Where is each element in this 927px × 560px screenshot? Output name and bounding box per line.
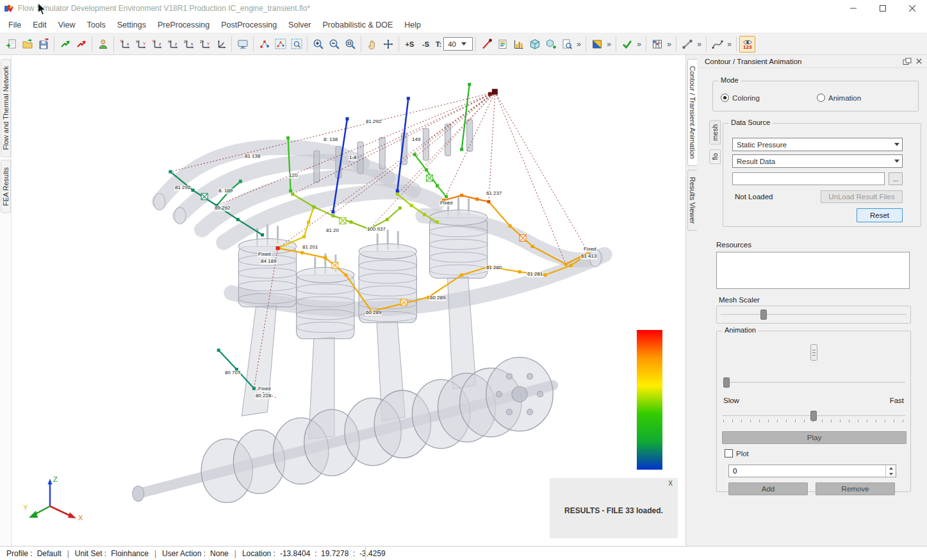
toolbar-overflow-icon[interactable]: » bbox=[725, 36, 734, 53]
network-select-button[interactable] bbox=[272, 36, 288, 53]
view-orient-xy-button[interactable]: Yx bbox=[117, 36, 133, 53]
animation-radio[interactable]: Animation bbox=[817, 94, 861, 102]
toolbar-overflow-icon[interactable]: » bbox=[575, 36, 583, 53]
mesh-scaler-slider[interactable] bbox=[721, 308, 906, 321]
spinner-buttons[interactable] bbox=[885, 465, 896, 477]
plot-checkbox[interactable]: Plot bbox=[725, 449, 749, 457]
menu-postprocessing[interactable]: PostProcessing bbox=[215, 18, 283, 32]
minimize-button[interactable] bbox=[839, 0, 868, 17]
connection-button[interactable] bbox=[679, 36, 695, 53]
svg-text:x: x bbox=[127, 42, 129, 46]
source-dropdown[interactable]: Static Pressure bbox=[732, 138, 903, 151]
view-orient-yx-button[interactable]: xY bbox=[133, 36, 149, 53]
tab-results-viewer[interactable]: Results Viewer bbox=[687, 170, 697, 231]
frame-spinner-input[interactable] bbox=[733, 467, 863, 475]
network-display-button[interactable] bbox=[256, 36, 272, 53]
open-model-button[interactable] bbox=[19, 36, 35, 53]
check-model-button[interactable] bbox=[619, 36, 635, 53]
tab-flo[interactable]: flo bbox=[709, 149, 721, 164]
user-profile-button[interactable] bbox=[95, 36, 111, 53]
import-model-button[interactable] bbox=[3, 36, 19, 53]
show-labels-button[interactable]: +S bbox=[402, 36, 418, 53]
zoom-in-button[interactable] bbox=[310, 36, 326, 53]
chart-button[interactable] bbox=[511, 36, 527, 53]
show-values-button[interactable]: 123 bbox=[739, 36, 755, 53]
menu-file[interactable]: File bbox=[3, 18, 27, 32]
menu-tools[interactable]: Tools bbox=[81, 18, 111, 32]
slider-thumb[interactable] bbox=[810, 411, 817, 421]
plot-checkbox-label: Plot bbox=[736, 450, 749, 457]
browse-button[interactable]: ... bbox=[889, 172, 903, 185]
view-orient-zy-button[interactable]: zY bbox=[197, 36, 213, 53]
viewport-3d[interactable]: 81 2928: 13881 1381491-81208. 10981 2928… bbox=[12, 55, 685, 546]
tab-contour-transient-animation[interactable]: Contour / Transient Animation bbox=[687, 59, 697, 166]
menu-probabilistic-doe[interactable]: Probabilistic & DOE bbox=[317, 18, 399, 32]
unload-results-button[interactable]: UnLoad Result Files bbox=[821, 190, 903, 203]
close-panel-icon[interactable] bbox=[913, 56, 924, 67]
menu-solver[interactable]: Solver bbox=[283, 18, 316, 32]
tab-mesh[interactable]: mesh bbox=[709, 120, 721, 145]
resources-label: Resources bbox=[716, 241, 751, 249]
menu-help[interactable]: Help bbox=[398, 18, 427, 32]
refresh-network-button[interactable] bbox=[73, 36, 89, 53]
probe-button[interactable] bbox=[479, 36, 495, 53]
solid-view-button[interactable] bbox=[527, 36, 543, 53]
zoom-out-button[interactable] bbox=[326, 36, 342, 53]
tab-fea-results[interactable]: FEA Results bbox=[1, 160, 11, 213]
update-network-button[interactable] bbox=[57, 36, 73, 53]
remove-button[interactable]: Remove bbox=[816, 482, 895, 495]
text-size-combo[interactable]: 40 bbox=[443, 37, 473, 51]
contour-button[interactable] bbox=[589, 36, 605, 53]
view-orient-iso-button[interactable] bbox=[213, 36, 229, 53]
menu-settings[interactable]: Settings bbox=[111, 18, 152, 32]
data-dropdown[interactable]: Result Data bbox=[732, 154, 903, 168]
node-label: Fixed bbox=[258, 252, 272, 258]
pan-button[interactable] bbox=[364, 36, 380, 53]
zoom-window-button[interactable] bbox=[342, 36, 358, 53]
reset-button[interactable]: Reset bbox=[857, 208, 903, 222]
view-orient-yz-button[interactable]: Yz bbox=[149, 36, 165, 53]
add-button[interactable]: Add bbox=[728, 482, 808, 495]
tab-flow-thermal-network[interactable]: Flow and Thermal Network bbox=[1, 59, 11, 157]
network-fit-button[interactable] bbox=[288, 36, 304, 53]
hide-labels-button[interactable]: -S bbox=[418, 36, 434, 53]
float-panel-icon[interactable] bbox=[901, 56, 913, 67]
result-file-input[interactable] bbox=[732, 172, 885, 185]
menu-preprocessing[interactable]: PreProcessing bbox=[152, 18, 215, 32]
results-message-box: X RESULTS - FILE 33 loaded. bbox=[550, 478, 678, 538]
maximize-button[interactable] bbox=[868, 0, 898, 17]
view-orient-zx-button[interactable]: zx bbox=[181, 36, 197, 53]
save-model-button[interactable] bbox=[35, 36, 51, 53]
results-table-button[interactable] bbox=[649, 36, 665, 53]
frame-handle[interactable] bbox=[810, 344, 817, 361]
toolbar-overflow-icon[interactable]: » bbox=[605, 36, 613, 53]
status-bar: Profile :Default | Unit Set :Floinhance … bbox=[0, 546, 927, 560]
view-orient-xz-button[interactable]: xz bbox=[165, 36, 181, 53]
toolbar-overflow-icon[interactable]: » bbox=[635, 36, 643, 53]
close-button[interactable] bbox=[898, 0, 927, 17]
toolbar-overflow-icon[interactable]: » bbox=[665, 36, 673, 53]
move-button[interactable] bbox=[380, 36, 396, 53]
play-button[interactable]: Play bbox=[722, 431, 906, 444]
message-close-icon[interactable]: X bbox=[668, 480, 673, 487]
spinner-down-icon[interactable] bbox=[886, 471, 896, 477]
slider-thumb[interactable] bbox=[723, 377, 730, 388]
frame-spinner[interactable] bbox=[728, 465, 896, 477]
menu-edit[interactable]: Edit bbox=[27, 18, 53, 32]
reset-button-label: Reset bbox=[870, 211, 889, 219]
coloring-radio[interactable]: Coloring bbox=[721, 94, 760, 102]
slider-thumb[interactable] bbox=[760, 309, 767, 320]
toolbar-overflow-icon[interactable]: » bbox=[695, 36, 703, 53]
inspect-button[interactable] bbox=[559, 36, 575, 53]
menu-view[interactable]: View bbox=[53, 18, 81, 32]
axis-triad: Z X Y bbox=[23, 473, 87, 527]
add-component-button[interactable] bbox=[543, 36, 559, 53]
display-settings-button[interactable] bbox=[234, 36, 250, 53]
frame-slider[interactable] bbox=[722, 376, 905, 389]
result-setup-button[interactable] bbox=[495, 36, 511, 53]
resources-list[interactable] bbox=[716, 252, 910, 289]
spinner-up-icon[interactable] bbox=[886, 465, 896, 471]
curve-editor-button[interactable] bbox=[709, 36, 725, 53]
speed-slider[interactable] bbox=[722, 409, 905, 425]
mesh-scaler-box bbox=[716, 306, 911, 324]
